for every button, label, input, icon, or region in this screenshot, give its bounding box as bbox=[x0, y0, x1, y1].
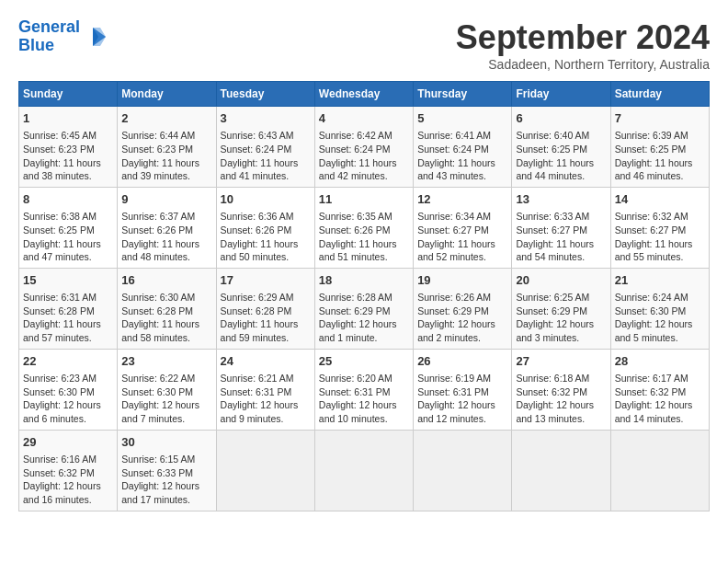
calendar-cell: 29Sunrise: 6:16 AMSunset: 6:32 PMDayligh… bbox=[19, 430, 118, 511]
cell-text: Daylight: 11 hours bbox=[516, 238, 594, 249]
calendar-cell: 17Sunrise: 6:29 AMSunset: 6:28 PMDayligh… bbox=[216, 268, 314, 349]
cell-text: Daylight: 11 hours bbox=[121, 157, 199, 168]
calendar-cell: 28Sunrise: 6:17 AMSunset: 6:32 PMDayligh… bbox=[610, 349, 709, 430]
calendar-cell bbox=[610, 430, 709, 511]
cell-text: and 7 minutes. bbox=[121, 413, 185, 424]
cell-text: Sunrise: 6:43 AM bbox=[221, 130, 294, 141]
day-number: 20 bbox=[516, 272, 606, 289]
month-title: September 2024 bbox=[456, 18, 710, 57]
cell-text: Daylight: 11 hours bbox=[319, 157, 397, 168]
calendar-cell: 9Sunrise: 6:37 AMSunset: 6:26 PMDaylight… bbox=[118, 187, 216, 268]
cell-text: and 5 minutes. bbox=[615, 332, 678, 343]
calendar-week-2: 8Sunrise: 6:38 AMSunset: 6:25 PMDaylight… bbox=[19, 187, 710, 268]
day-number: 21 bbox=[615, 272, 705, 289]
cell-text: Sunrise: 6:26 AM bbox=[417, 292, 491, 303]
day-number: 5 bbox=[417, 110, 507, 127]
cell-text: Sunset: 6:32 PM bbox=[516, 386, 587, 397]
day-number: 9 bbox=[121, 191, 211, 208]
calendar-cell: 13Sunrise: 6:33 AMSunset: 6:27 PMDayligh… bbox=[512, 187, 610, 268]
cell-text: Sunset: 6:23 PM bbox=[23, 144, 95, 155]
cell-text: Sunset: 6:30 PM bbox=[615, 305, 687, 316]
cell-text: and 9 minutes. bbox=[221, 413, 284, 424]
cell-text: Daylight: 12 hours bbox=[121, 399, 199, 410]
col-header-sunday: Sunday bbox=[19, 82, 118, 107]
header: General Blue September 2024 Sadadeen, No… bbox=[18, 18, 710, 72]
cell-text: Sunset: 6:25 PM bbox=[516, 144, 587, 155]
calendar-cell: 23Sunrise: 6:22 AMSunset: 6:30 PMDayligh… bbox=[118, 349, 216, 430]
day-number: 28 bbox=[615, 353, 705, 370]
cell-text: and 12 minutes. bbox=[417, 413, 486, 424]
day-number: 11 bbox=[319, 191, 409, 208]
cell-text: Sunset: 6:32 PM bbox=[615, 386, 687, 397]
cell-text: Daylight: 12 hours bbox=[615, 318, 693, 329]
cell-text: Sunset: 6:24 PM bbox=[319, 144, 391, 155]
col-header-saturday: Saturday bbox=[610, 82, 709, 107]
cell-text: Daylight: 12 hours bbox=[221, 399, 299, 410]
calendar-cell: 22Sunrise: 6:23 AMSunset: 6:30 PMDayligh… bbox=[19, 349, 118, 430]
cell-text: Daylight: 12 hours bbox=[319, 399, 397, 410]
cell-text: and 48 minutes. bbox=[121, 251, 190, 262]
cell-text: and 2 minutes. bbox=[417, 332, 481, 343]
calendar-cell: 1Sunrise: 6:45 AMSunset: 6:23 PMDaylight… bbox=[19, 107, 118, 188]
day-number: 15 bbox=[23, 272, 113, 289]
col-header-friday: Friday bbox=[512, 82, 610, 107]
col-header-wednesday: Wednesday bbox=[314, 82, 413, 107]
cell-text: and 55 minutes. bbox=[615, 251, 684, 262]
calendar-cell: 16Sunrise: 6:30 AMSunset: 6:28 PMDayligh… bbox=[118, 268, 216, 349]
cell-text: and 57 minutes. bbox=[23, 332, 92, 343]
cell-text: Sunrise: 6:45 AM bbox=[23, 130, 97, 141]
cell-text: Sunrise: 6:41 AM bbox=[417, 130, 491, 141]
cell-text: Daylight: 11 hours bbox=[23, 157, 101, 168]
calendar-cell: 18Sunrise: 6:28 AMSunset: 6:29 PMDayligh… bbox=[314, 268, 413, 349]
cell-text: Sunset: 6:29 PM bbox=[516, 305, 587, 316]
calendar-cell: 7Sunrise: 6:39 AMSunset: 6:25 PMDaylight… bbox=[610, 107, 709, 188]
day-number: 29 bbox=[23, 434, 113, 451]
cell-text: Sunset: 6:31 PM bbox=[319, 386, 391, 397]
day-number: 4 bbox=[319, 110, 409, 127]
calendar-cell: 5Sunrise: 6:41 AMSunset: 6:24 PMDaylight… bbox=[414, 107, 512, 188]
day-number: 7 bbox=[615, 110, 705, 127]
cell-text: Sunrise: 6:19 AM bbox=[417, 373, 491, 384]
calendar-cell: 10Sunrise: 6:36 AMSunset: 6:26 PMDayligh… bbox=[216, 187, 314, 268]
col-header-monday: Monday bbox=[118, 82, 216, 107]
cell-text: Sunrise: 6:23 AM bbox=[23, 373, 97, 384]
cell-text: and 46 minutes. bbox=[615, 170, 684, 181]
calendar-week-5: 29Sunrise: 6:16 AMSunset: 6:32 PMDayligh… bbox=[19, 430, 710, 511]
col-header-thursday: Thursday bbox=[414, 82, 512, 107]
cell-text: Sunrise: 6:44 AM bbox=[121, 130, 195, 141]
cell-text: Daylight: 11 hours bbox=[23, 318, 101, 329]
cell-text: and 14 minutes. bbox=[615, 413, 684, 424]
cell-text: Sunset: 6:28 PM bbox=[121, 305, 193, 316]
cell-text: Sunset: 6:25 PM bbox=[23, 224, 95, 236]
calendar-week-4: 22Sunrise: 6:23 AMSunset: 6:30 PMDayligh… bbox=[19, 349, 710, 430]
cell-text: Sunrise: 6:24 AM bbox=[615, 292, 688, 303]
cell-text: and 50 minutes. bbox=[221, 251, 290, 262]
day-number: 22 bbox=[23, 353, 113, 370]
cell-text: Sunrise: 6:42 AM bbox=[319, 130, 392, 141]
day-number: 18 bbox=[319, 272, 409, 289]
cell-text: and 38 minutes. bbox=[23, 170, 92, 181]
cell-text: and 44 minutes. bbox=[516, 170, 585, 181]
cell-text: Sunset: 6:27 PM bbox=[417, 224, 489, 236]
day-number: 25 bbox=[319, 353, 409, 370]
day-number: 17 bbox=[221, 272, 311, 289]
cell-text: Sunset: 6:25 PM bbox=[615, 144, 687, 155]
day-number: 30 bbox=[121, 434, 211, 451]
calendar-cell: 30Sunrise: 6:15 AMSunset: 6:33 PMDayligh… bbox=[118, 430, 216, 511]
cell-text: Sunrise: 6:28 AM bbox=[319, 292, 392, 303]
cell-text: Sunset: 6:27 PM bbox=[615, 224, 687, 236]
calendar-table: SundayMondayTuesdayWednesdayThursdayFrid… bbox=[18, 81, 710, 511]
calendar-cell: 14Sunrise: 6:32 AMSunset: 6:27 PMDayligh… bbox=[610, 187, 709, 268]
cell-text: Daylight: 12 hours bbox=[319, 318, 397, 329]
logo-arrow-icon bbox=[84, 24, 109, 50]
cell-text: Sunrise: 6:34 AM bbox=[417, 211, 491, 222]
cell-text: Sunset: 6:31 PM bbox=[221, 386, 292, 397]
day-number: 10 bbox=[221, 191, 311, 208]
cell-text: Sunrise: 6:29 AM bbox=[221, 292, 294, 303]
cell-text: Sunrise: 6:36 AM bbox=[221, 211, 294, 222]
calendar-cell: 12Sunrise: 6:34 AMSunset: 6:27 PMDayligh… bbox=[414, 187, 512, 268]
cell-text: Daylight: 11 hours bbox=[615, 157, 693, 168]
cell-text: Daylight: 11 hours bbox=[615, 238, 693, 249]
cell-text: Sunrise: 6:20 AM bbox=[319, 373, 392, 384]
cell-text: Sunrise: 6:18 AM bbox=[516, 373, 589, 384]
